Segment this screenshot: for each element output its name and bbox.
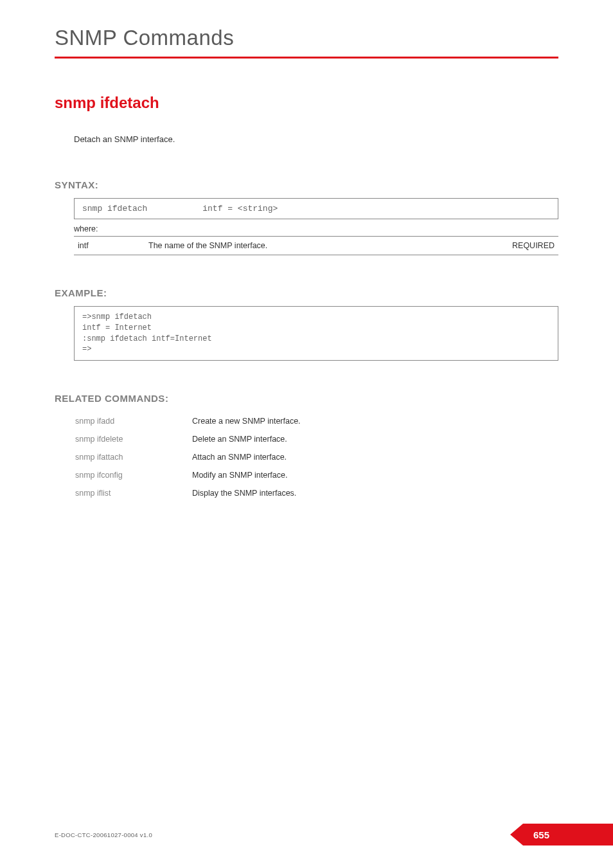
- related-desc: Display the SNMP interfaces.: [192, 485, 301, 502]
- related-desc: Delete an SNMP interface.: [192, 431, 301, 448]
- chapter-title: SNMP Commands: [55, 26, 558, 50]
- page: SNMP Commands snmp ifdetach Detach an SN…: [0, 0, 613, 868]
- table-row: snmp iflist Display the SNMP interfaces.: [75, 485, 301, 502]
- syntax-code: snmp ifdetach intf = <string>: [82, 204, 550, 213]
- command-title: snmp ifdetach: [55, 94, 558, 112]
- param-desc: The name of the SNMP interface.: [145, 237, 488, 255]
- related-table: snmp ifadd Create a new SNMP interface. …: [74, 411, 302, 503]
- syntax-box: snmp ifdetach intf = <string>: [74, 198, 558, 219]
- badge-triangle: [510, 824, 523, 845]
- related-desc: Create a new SNMP interface.: [192, 413, 301, 429]
- example-code: =>snmp ifdetach intf = Internet :snmp if…: [82, 312, 550, 355]
- table-row: intf The name of the SNMP interface. REQ…: [74, 237, 558, 255]
- related-heading: RELATED COMMANDS:: [55, 393, 558, 404]
- param-table: intf The name of the SNMP interface. REQ…: [74, 236, 558, 255]
- table-row: snmp ifattach Attach an SNMP interface.: [75, 449, 301, 466]
- related-desc: Attach an SNMP interface.: [192, 449, 301, 466]
- header-rule: [55, 57, 558, 59]
- command-description: Detach an SNMP interface.: [74, 134, 558, 144]
- table-row: snmp ifadd Create a new SNMP interface.: [75, 413, 301, 429]
- page-number-badge: 655: [510, 824, 613, 845]
- footer-doc-id: E-DOC-CTC-20061027-0004 v1.0: [55, 831, 152, 838]
- related-cmd: snmp ifconfig: [75, 467, 191, 484]
- table-row: snmp ifconfig Modify an SNMP interface.: [75, 467, 301, 484]
- footer: E-DOC-CTC-20061027-0004 v1.0 655: [55, 824, 613, 845]
- related-cmd: snmp ifdelete: [75, 431, 191, 448]
- related-desc: Modify an SNMP interface.: [192, 467, 301, 484]
- example-box: =>snmp ifdetach intf = Internet :snmp if…: [74, 306, 558, 361]
- related-cmd: snmp ifattach: [75, 449, 191, 466]
- example-heading: EXAMPLE:: [55, 287, 558, 298]
- page-number: 655: [523, 824, 613, 845]
- where-label: where:: [74, 224, 558, 233]
- param-req: REQUIRED: [488, 237, 558, 255]
- param-name: intf: [74, 237, 145, 255]
- syntax-heading: SYNTAX:: [55, 179, 558, 190]
- related-cmd: snmp ifadd: [75, 413, 191, 429]
- related-cmd: snmp iflist: [75, 485, 191, 502]
- table-row: snmp ifdelete Delete an SNMP interface.: [75, 431, 301, 448]
